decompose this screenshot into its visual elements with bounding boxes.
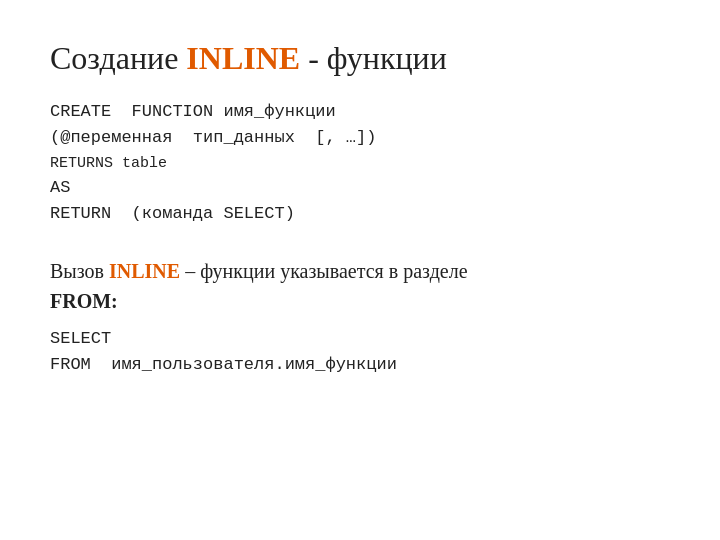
code-line-1: CREATE FUNCTION имя_функции — [50, 99, 670, 125]
code-block-1: CREATE FUNCTION имя_функции (@переменная… — [50, 99, 670, 228]
title-highlight: INLINE — [186, 40, 300, 76]
code-line-5: RETURN (команда SELECT) — [50, 201, 670, 227]
body-part2: – функции указывается в разделе — [180, 260, 467, 282]
title-prefix: Создание — [50, 40, 186, 76]
body-inline-highlight: INLINE — [109, 260, 180, 282]
code2-line-1: SELECT — [50, 326, 670, 352]
slide-title: Создание INLINE - функции — [50, 40, 670, 77]
body-from-label: FROM: — [50, 290, 118, 312]
slide-container: Создание INLINE - функции CREATE FUNCTIO… — [0, 0, 720, 540]
title-suffix: - функции — [300, 40, 447, 76]
code-line-2: (@переменная тип_данных [, …]) — [50, 125, 670, 151]
body-text: Вызов INLINE – функции указывается в раз… — [50, 256, 670, 316]
code-block-2: SELECT FROM имя_пользователя.имя_функции — [50, 326, 670, 379]
code-line-3: RETURNS table — [50, 152, 670, 175]
code2-line-2: FROM имя_пользователя.имя_функции — [50, 352, 670, 378]
body-part1: Вызов — [50, 260, 109, 282]
code-line-4: AS — [50, 175, 670, 201]
